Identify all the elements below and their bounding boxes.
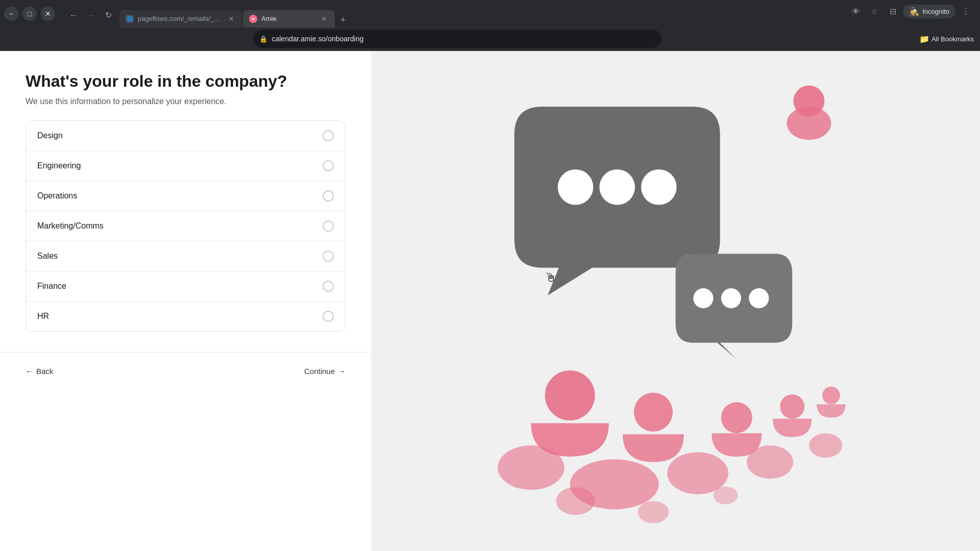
svg-point-7 <box>749 288 769 308</box>
svg-point-17 <box>809 433 842 458</box>
role-option-marketing[interactable]: Marketing/Comms <box>26 211 345 241</box>
bookmarks-label: All Bookmarks <box>932 35 974 43</box>
radio-sales[interactable] <box>323 251 334 262</box>
role-options-list: DesignEngineeringOperationsMarketing/Com… <box>26 120 346 332</box>
address-bar[interactable]: 🔒 calendar.amie.so/onboarding <box>253 30 662 48</box>
role-option-operations[interactable]: Operations <box>26 181 345 211</box>
bookmark-star-button[interactable]: ☆ <box>866 4 883 20</box>
radio-marketing[interactable] <box>323 220 334 232</box>
svg-point-18 <box>556 487 595 515</box>
role-option-finance[interactable]: Finance <box>26 271 345 302</box>
bottom-navigation: ← Back Continue → <box>0 352 371 390</box>
address-bar-row: 🔒 calendar.amie.so/onboarding 📁 All Book… <box>0 28 980 51</box>
new-tab-button[interactable]: + <box>336 13 350 28</box>
svg-point-12 <box>822 387 840 405</box>
minimize-button[interactable]: − <box>4 7 18 21</box>
eyedropper-button[interactable]: 👁 <box>848 4 864 20</box>
svg-point-2 <box>558 169 594 205</box>
right-panel: 🖱 <box>371 51 980 551</box>
split-view-button[interactable]: ⊟ <box>885 4 901 20</box>
tab-amie-close[interactable]: ✕ <box>320 14 329 23</box>
close-button[interactable]: ✕ <box>41 7 55 21</box>
nav-forward-button[interactable]: → <box>83 7 99 23</box>
svg-point-3 <box>599 169 635 205</box>
tab-amie-title: Amie <box>261 15 315 22</box>
svg-point-8 <box>545 370 595 420</box>
role-label-hr: HR <box>37 312 49 321</box>
role-label-engineering: Engineering <box>37 161 81 170</box>
role-option-hr[interactable]: HR <box>26 302 345 331</box>
role-option-engineering[interactable]: Engineering <box>26 151 345 181</box>
svg-point-6 <box>721 288 741 308</box>
main-content: What's your role in the company? We use … <box>0 51 980 551</box>
radio-hr[interactable] <box>323 311 334 322</box>
incognito-badge: 🕵 Incognito <box>903 5 955 18</box>
form-container: What's your role in the company? We use … <box>0 51 371 352</box>
refresh-button[interactable]: ↻ <box>100 7 116 23</box>
nav-back-button[interactable]: ← <box>65 7 82 23</box>
svg-point-20 <box>714 487 738 505</box>
svg-point-4 <box>641 169 677 205</box>
svg-point-9 <box>634 393 673 432</box>
back-arrow-icon: ← <box>26 367 33 375</box>
page-subtitle: We use this information to personalize y… <box>26 97 346 106</box>
back-label: Back <box>36 367 53 375</box>
role-label-finance: Finance <box>37 282 66 291</box>
page-title: What's your role in the company? <box>26 71 346 91</box>
radio-engineering[interactable] <box>323 160 334 171</box>
more-button[interactable]: ⋮ <box>958 4 974 20</box>
svg-point-5 <box>693 288 713 308</box>
address-text: calendar.amie.so/onboarding <box>272 35 655 43</box>
tab-amie[interactable]: ● Amie ✕ <box>243 10 335 28</box>
lock-icon: 🔒 <box>259 35 267 43</box>
tab-pageflows-close[interactable]: ✕ <box>227 14 236 23</box>
incognito-label: Incognito <box>922 8 949 15</box>
svg-point-16 <box>747 445 793 479</box>
role-option-sales[interactable]: Sales <box>26 241 345 271</box>
role-label-marketing: Marketing/Comms <box>37 221 104 231</box>
continue-arrow-icon: → <box>338 367 346 375</box>
radio-finance[interactable] <box>323 281 334 292</box>
svg-point-11 <box>780 394 804 419</box>
left-panel: What's your role in the company? We use … <box>0 51 371 551</box>
role-label-operations: Operations <box>37 191 77 201</box>
folder-icon: 📁 <box>919 34 929 44</box>
browser-chrome: − □ ✕ ← → ↻ 🌐 pageflows.com/_/emails/_/7… <box>0 0 980 51</box>
role-label-sales: Sales <box>37 252 58 261</box>
role-option-design[interactable]: Design <box>26 121 345 151</box>
tab-pageflows-title: pageflows.com/_/emails/_/7fb... <box>138 15 223 22</box>
continue-button[interactable]: Continue → <box>304 363 346 380</box>
tab-pageflows[interactable]: 🌐 pageflows.com/_/emails/_/7fb... ✕ <box>119 10 242 28</box>
illustration <box>371 51 980 551</box>
svg-point-19 <box>638 501 669 523</box>
continue-label: Continue <box>304 367 335 375</box>
back-button[interactable]: ← Back <box>26 363 53 380</box>
svg-point-1 <box>787 107 831 140</box>
maximize-button[interactable]: □ <box>22 7 37 21</box>
role-label-design: Design <box>37 131 63 140</box>
radio-design[interactable] <box>323 130 334 141</box>
svg-point-10 <box>721 402 752 433</box>
radio-operations[interactable] <box>323 190 334 202</box>
svg-point-13 <box>498 445 565 490</box>
